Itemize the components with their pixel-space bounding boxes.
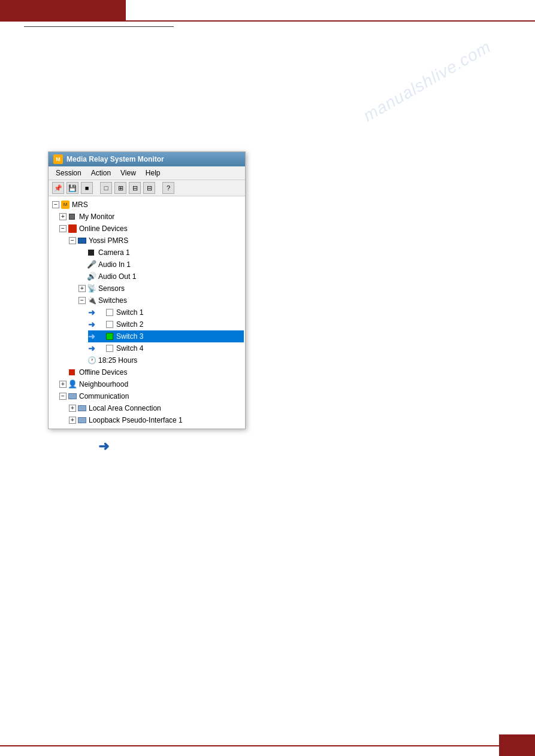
- yossipmrs-expander[interactable]: [69, 237, 76, 244]
- footer-red-block: [499, 734, 535, 756]
- tree-label-audioin1: Audio In 1: [98, 259, 131, 270]
- neighbourhood-expander[interactable]: [59, 381, 67, 388]
- switches-row-wrapper: 🔌 Switches: [50, 294, 244, 306]
- bottom-footer: [0, 734, 535, 756]
- localarea-expander[interactable]: [69, 405, 76, 412]
- communication-expander[interactable]: [59, 393, 67, 400]
- tree-item-sensors[interactable]: 📡 Sensors: [78, 283, 244, 294]
- tree-label-offlinedevices: Offline Devices: [79, 367, 127, 378]
- tree-label-audioout1: Audio Out 1: [98, 271, 136, 282]
- toolbar-grid4-btn[interactable]: ⊟: [143, 182, 155, 194]
- footer-line: [0, 745, 499, 756]
- camera1-leaf: [78, 249, 86, 256]
- switch1-icon: [105, 308, 114, 317]
- tree-item-switch1[interactable]: ➜ Switch 1: [88, 306, 244, 318]
- screenshot-area: ➜ M Media Relay System Monitor Session A…: [48, 151, 246, 429]
- tree-item-switch4[interactable]: ➜ Switch 4: [88, 342, 244, 354]
- tree-item-communication[interactable]: Communication: [59, 390, 244, 402]
- communication-icon: [68, 391, 77, 401]
- switches-expander[interactable]: [78, 297, 86, 304]
- app-window: M Media Relay System Monitor Session Act…: [48, 151, 246, 429]
- mrs-expander[interactable]: [52, 201, 59, 208]
- header-red-block: [0, 0, 126, 22]
- sensors-icon: 📡: [87, 284, 96, 293]
- tree-item-mrs[interactable]: M MRS: [50, 199, 244, 211]
- menu-action[interactable]: Action: [86, 168, 116, 178]
- camera1-icon: [87, 248, 96, 257]
- audioin1-leaf: [78, 261, 86, 268]
- mymonitor-expander[interactable]: [59, 213, 67, 220]
- tree-label-mrs: MRS: [72, 199, 88, 210]
- switch1-arrow: ➜: [88, 307, 95, 318]
- tree-item-audioin1[interactable]: 🎤 Audio In 1: [78, 259, 244, 271]
- tree-item-mymonitor[interactable]: My Monitor: [59, 211, 244, 223]
- tree-item-yossipmrs[interactable]: Yossi PMRS: [69, 235, 244, 247]
- switch2-icon: [105, 320, 114, 329]
- menu-help[interactable]: Help: [141, 168, 165, 178]
- tree-item-neighbourhood[interactable]: 👤 Neighbourhood: [59, 378, 244, 390]
- tree-item-localarea[interactable]: Local Area Connection: [69, 402, 244, 414]
- tree-label-onlinedevices: Online Devices: [79, 223, 128, 234]
- toolbar-help-btn[interactable]: ?: [162, 182, 174, 194]
- onlinedevices-icon: [68, 224, 77, 233]
- tree-label-mymonitor: My Monitor: [79, 211, 114, 222]
- tree-label-neighbourhood: Neighbourhood: [79, 379, 128, 390]
- tree-label-yossipmrs: Yossi PMRS: [89, 235, 128, 246]
- tree-label-localarea: Local Area Connection: [89, 403, 161, 414]
- tree-label-loopback: Loopback Pseudo-Interface 1: [89, 415, 183, 426]
- loopback-icon: [77, 415, 87, 425]
- tree-label-switch4: Switch 4: [116, 343, 143, 354]
- top-header: [0, 0, 535, 22]
- tree-item-loopback[interactable]: Loopback Pseudo-Interface 1: [69, 414, 244, 426]
- switch3-icon: [105, 332, 114, 341]
- tree-item-offlinedevices[interactable]: Offline Devices: [59, 366, 244, 378]
- toolbar-stop-btn[interactable]: ■: [81, 182, 93, 194]
- mymonitor-icon: [68, 212, 77, 221]
- tree-label-sensors: Sensors: [98, 283, 125, 294]
- tree-label-camera1: Camera 1: [98, 247, 130, 258]
- audioin1-icon: 🎤: [87, 260, 96, 269]
- audioout1-leaf: [78, 273, 86, 280]
- title-bar: M Media Relay System Monitor: [49, 152, 245, 166]
- audioout1-icon: 🔊: [87, 272, 96, 281]
- toolbar-single-btn[interactable]: □: [100, 182, 112, 194]
- neighbourhood-icon: 👤: [68, 379, 77, 389]
- offlinedevices-icon: [68, 368, 77, 377]
- tree-item-switches[interactable]: 🔌 Switches: [78, 294, 244, 306]
- tree-item-audioout1[interactable]: 🔊 Audio Out 1: [78, 271, 244, 283]
- tree-view: M MRS My Monitor Online Devices: [49, 196, 245, 429]
- mrs-icon: M: [61, 200, 70, 210]
- menu-session[interactable]: Session: [51, 168, 86, 178]
- hours-icon: 🕐: [87, 356, 96, 365]
- menu-view[interactable]: View: [116, 168, 141, 178]
- switch3-arrow: ➜: [88, 331, 95, 342]
- app-icon: M: [53, 154, 63, 164]
- switches-arrow-indicator: ➜: [98, 439, 109, 454]
- toolbar-save-btn[interactable]: 💾: [67, 182, 78, 194]
- tree-item-onlinedevices[interactable]: Online Devices: [59, 223, 244, 235]
- tree-item-switch3[interactable]: ➜ Switch 3: [88, 330, 244, 342]
- loopback-expander[interactable]: [69, 417, 76, 424]
- sub-line: [24, 26, 174, 27]
- toolbar-grid2-btn[interactable]: ⊞: [114, 182, 126, 194]
- tree-label-switch3: Switch 3: [116, 331, 143, 342]
- toolbar-grid3-btn[interactable]: ⊟: [129, 182, 141, 194]
- switch2-arrow: ➜: [88, 319, 95, 330]
- yossipmrs-icon: [77, 236, 87, 245]
- toolbar-pin-btn[interactable]: 📌: [52, 182, 64, 194]
- tree-label-switches: Switches: [98, 295, 127, 306]
- tree-item-hours[interactable]: 🕐 18:25 Hours: [78, 354, 244, 366]
- switch4-icon: [105, 344, 114, 353]
- switches-icon: 🔌: [87, 296, 96, 305]
- sensors-expander[interactable]: [78, 285, 86, 292]
- localarea-icon: [77, 403, 87, 413]
- toolbar: 📌 💾 ■ □ ⊞ ⊟ ⊟ ?: [49, 180, 245, 196]
- watermark: manualshlive.com: [360, 37, 494, 126]
- menu-bar: Session Action View Help: [49, 166, 245, 180]
- tree-label-hours: 18:25 Hours: [98, 355, 137, 366]
- title-bar-text: Media Relay System Monitor: [67, 155, 164, 163]
- tree-item-camera1[interactable]: Camera 1: [78, 247, 244, 259]
- onlinedevices-expander[interactable]: [59, 225, 67, 232]
- header-line: [126, 0, 535, 22]
- tree-item-switch2[interactable]: ➜ Switch 2: [88, 318, 244, 330]
